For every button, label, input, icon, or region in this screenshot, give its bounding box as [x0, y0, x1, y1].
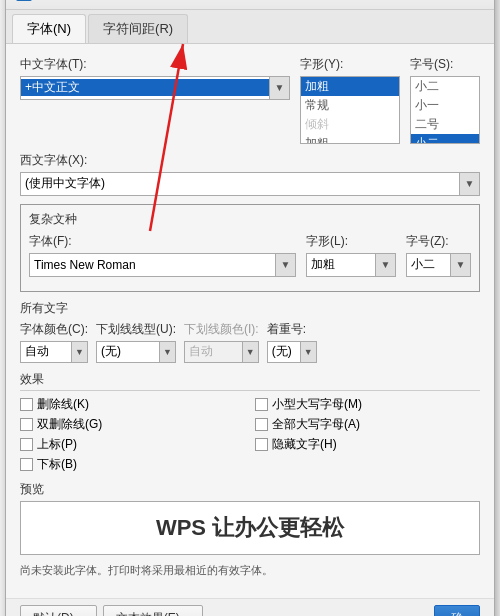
emphasis-select[interactable]: (无) ▼ — [267, 341, 317, 363]
effects-grid: 删除线(K) 小型大写字母(M) 双删除线(G) 全部大写字母(A) — [20, 396, 480, 473]
color-select[interactable]: 自动 ▼ — [20, 341, 88, 363]
complex-font-select[interactable]: Times New Roman ▼ — [29, 253, 296, 277]
checkbox-strikethrough[interactable]: 删除线(K) — [20, 396, 245, 413]
color-value: 自动 — [21, 343, 71, 360]
complex-style-label: 字形(L): — [306, 233, 396, 250]
complex-size-group: 字号(Z): 小二 ▼ — [406, 233, 471, 277]
chinese-font-group: 中文字体(T): +中文正文 ▼ — [20, 56, 290, 144]
underline-color-group: 下划线颜色(I): 自动 ▼ — [184, 321, 259, 363]
complex-size-select[interactable]: 小二 ▼ — [406, 253, 471, 277]
color-arrow[interactable]: ▼ — [71, 342, 87, 362]
complex-font-label: 字体(F): — [29, 233, 296, 250]
emphasis-label: 着重号: — [267, 321, 317, 338]
dialog-title: 字体 — [38, 0, 64, 2]
font-style-label: 字形(Y): — [300, 56, 400, 73]
preview-text: WPS 让办公更轻松 — [156, 513, 344, 543]
western-font-select[interactable]: (使用中文字体) ▼ — [20, 172, 480, 196]
tab-font[interactable]: 字体(N) — [12, 14, 86, 43]
title-bar: W 字体 × — [6, 0, 494, 10]
all-text-title: 所有文字 — [20, 300, 480, 317]
checkbox-strikethrough-label: 删除线(K) — [37, 396, 89, 413]
complex-font-group: 字体(F): Times New Roman ▼ — [29, 233, 296, 277]
chinese-font-arrow[interactable]: ▼ — [269, 77, 289, 99]
complex-font-arrow[interactable]: ▼ — [275, 254, 295, 276]
style-item-italic[interactable]: 倾斜 — [301, 115, 399, 134]
emphasis-group: 着重号: (无) ▼ — [267, 321, 317, 363]
western-font-row: 西文字体(X): (使用中文字体) ▼ — [20, 152, 480, 196]
western-font-group: 西文字体(X): (使用中文字体) ▼ — [20, 152, 480, 196]
underline-group: 下划线线型(U): (无) ▼ — [96, 321, 176, 363]
chinese-font-select[interactable]: +中文正文 ▼ — [20, 76, 290, 100]
underline-color-select: 自动 ▼ — [184, 341, 259, 363]
style-item-regular[interactable]: 常规 — [301, 96, 399, 115]
size-item-erhao[interactable]: 二号 — [411, 115, 479, 134]
color-label: 字体颜色(C): — [20, 321, 88, 338]
chinese-font-value: +中文正文 — [21, 79, 269, 96]
checkbox-all-caps-label: 全部大写字母(A) — [272, 416, 360, 433]
checkbox-all-caps[interactable]: 全部大写字母(A) — [255, 416, 480, 433]
style-item-bold2[interactable]: 加粗 — [301, 134, 399, 144]
underline-label: 下划线线型(U): — [96, 321, 176, 338]
underline-color-arrow: ▼ — [242, 342, 258, 362]
font-style-group: 字形(Y): 加粗 常规 倾斜 加粗 — [300, 56, 400, 144]
checkbox-small-caps[interactable]: 小型大写字母(M) — [255, 396, 480, 413]
western-font-value: (使用中文字体) — [21, 175, 459, 192]
underline-color-value: 自动 — [185, 343, 242, 360]
font-style-list[interactable]: 加粗 常规 倾斜 加粗 — [300, 76, 400, 144]
app-icon: W — [16, 0, 32, 1]
checkbox-superscript-label: 上标(P) — [37, 436, 77, 453]
dialog-footer: 默认(D)... 文本效果(E)... 确 — [6, 598, 494, 617]
chinese-font-label: 中文字体(T): — [20, 56, 290, 73]
checkbox-superscript[interactable]: 上标(P) — [20, 436, 245, 453]
style-item-bold[interactable]: 加粗 — [301, 77, 399, 96]
complex-font-row: 字体(F): Times New Roman ▼ 字形(L): 加粗 ▼ — [29, 233, 471, 277]
text-effects-button[interactable]: 文本效果(E)... — [103, 605, 203, 617]
checkbox-double-strike-box[interactable] — [20, 418, 33, 431]
tab-spacing[interactable]: 字符间距(R) — [88, 14, 188, 43]
complex-size-value: 小二 — [407, 256, 450, 273]
checkbox-hidden[interactable]: 隐藏文字(H) — [255, 436, 480, 453]
checkbox-small-caps-label: 小型大写字母(M) — [272, 396, 362, 413]
complex-font-value: Times New Roman — [30, 258, 275, 272]
checkbox-subscript-label: 下标(B) — [37, 456, 77, 473]
western-font-arrow[interactable]: ▼ — [459, 173, 479, 195]
checkbox-superscript-box[interactable] — [20, 438, 33, 451]
complex-font-title: 复杂文种 — [29, 211, 471, 228]
checkbox-hidden-box[interactable] — [255, 438, 268, 451]
underline-select[interactable]: (无) ▼ — [96, 341, 176, 363]
complex-size-label: 字号(Z): — [406, 233, 471, 250]
checkbox-subscript[interactable]: 下标(B) — [20, 456, 245, 473]
chinese-font-row: 中文字体(T): +中文正文 ▼ 字形(Y): 加粗 常规 倾斜 加粗 — [20, 56, 480, 144]
complex-font-section: 复杂文种 字体(F): Times New Roman ▼ 字形(L): 加粗 — [20, 204, 480, 292]
size-item-xiaoe2[interactable]: 小二 — [411, 134, 479, 144]
preview-title: 预览 — [20, 481, 480, 498]
complex-size-arrow[interactable]: ▼ — [450, 254, 470, 276]
western-font-label: 西文字体(X): — [20, 152, 480, 169]
checkbox-subscript-box[interactable] — [20, 458, 33, 471]
font-size-cn-list[interactable]: 小二 小一 二号 小二 — [410, 76, 480, 144]
complex-style-select[interactable]: 加粗 ▼ — [306, 253, 396, 277]
font-size-cn-label: 字号(S): — [410, 56, 480, 73]
checkbox-small-caps-box[interactable] — [255, 398, 268, 411]
default-button[interactable]: 默认(D)... — [20, 605, 97, 617]
complex-style-arrow[interactable]: ▼ — [375, 254, 395, 276]
effects-section: 效果 删除线(K) 小型大写字母(M) 双删除线(G) — [20, 371, 480, 473]
checkbox-strikethrough-box[interactable] — [20, 398, 33, 411]
close-button[interactable]: × — [464, 0, 484, 3]
size-item-xiaoi[interactable]: 小一 — [411, 96, 479, 115]
size-item-xiaoe[interactable]: 小二 — [411, 77, 479, 96]
confirm-button[interactable]: 确 — [434, 605, 480, 617]
footer-left-buttons: 默认(D)... 文本效果(E)... — [20, 605, 203, 617]
preview-section: 预览 WPS 让办公更轻松 — [20, 481, 480, 555]
emphasis-arrow[interactable]: ▼ — [300, 342, 316, 362]
underline-arrow[interactable]: ▼ — [159, 342, 175, 362]
checkbox-double-strike[interactable]: 双删除线(G) — [20, 416, 245, 433]
underline-color-label: 下划线颜色(I): — [184, 321, 259, 338]
color-group: 字体颜色(C): 自动 ▼ — [20, 321, 88, 363]
checkbox-all-caps-box[interactable] — [255, 418, 268, 431]
complex-style-value: 加粗 — [307, 256, 375, 273]
note-text: 尚未安装此字体。打印时将采用最相近的有效字体。 — [20, 563, 480, 578]
effects-title: 效果 — [20, 371, 480, 391]
emphasis-value: (无) — [268, 343, 300, 360]
complex-style-group: 字形(L): 加粗 ▼ — [306, 233, 396, 277]
